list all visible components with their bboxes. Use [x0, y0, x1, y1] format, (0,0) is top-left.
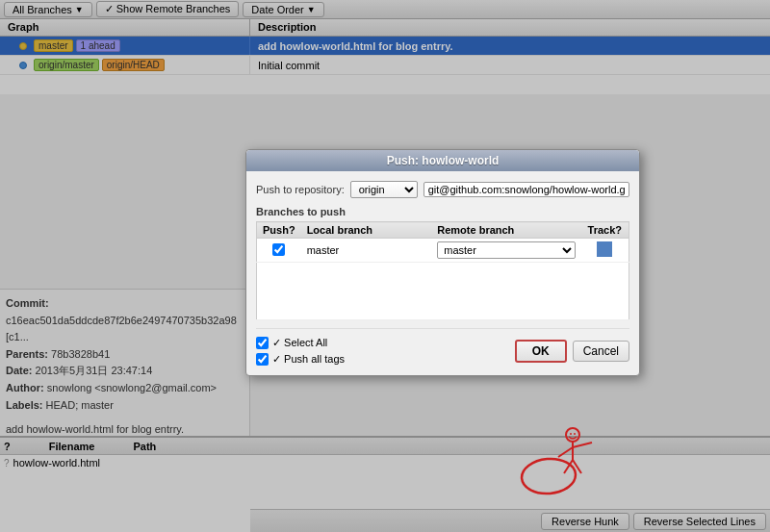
push-master-checkbox[interactable]	[272, 243, 285, 256]
push-to-label: Push to repository:	[256, 184, 345, 195]
select-all-row: ✓ Select All	[256, 337, 345, 349]
repository-select[interactable]: origin	[350, 181, 418, 198]
branches-table: Push? Local branch Remote branch Track? …	[256, 221, 629, 320]
branches-section-label: Branches to push	[256, 206, 629, 217]
cancel-button[interactable]: Cancel	[573, 341, 629, 362]
modal-footer: ✓ Select All ✓ Push all tags OK Cancel	[256, 328, 629, 366]
push-to-row: Push to repository: origin	[256, 181, 629, 198]
push-tags-row: ✓ Push all tags	[256, 353, 345, 366]
modal-title: Push: howlow-world	[387, 154, 500, 167]
modal-body: Push to repository: origin Branches to p…	[246, 171, 639, 375]
remote-branch-cell: master	[431, 239, 580, 263]
remote-branch-select[interactable]: master	[437, 241, 575, 259]
track-cell	[581, 239, 629, 263]
branches-section: Branches to push Push? Local branch Remo…	[256, 206, 629, 320]
push-dialog: Push: howlow-world Push to repository: o…	[245, 149, 640, 376]
push-tags-checkbox[interactable]	[256, 353, 269, 366]
modal-titlebar: Push: howlow-world	[246, 150, 639, 171]
branch-push-checkbox-cell	[257, 239, 301, 263]
local-branch-cell: master	[301, 239, 432, 263]
branches-empty-cell	[257, 263, 629, 320]
branches-empty-row	[257, 263, 629, 320]
modal-footer-right: OK Cancel	[515, 340, 629, 363]
track-col-header: Track?	[581, 222, 629, 239]
remote-col-header: Remote branch	[431, 222, 580, 239]
select-all-checkbox[interactable]	[256, 337, 269, 349]
ok-button[interactable]: OK	[515, 340, 567, 363]
track-icon[interactable]	[597, 241, 612, 257]
push-col-header: Push?	[257, 222, 301, 239]
push-tags-label: ✓ Push all tags	[272, 353, 345, 366]
repository-url-input[interactable]	[424, 182, 629, 197]
select-all-label: ✓ Select All	[272, 337, 327, 349]
modal-footer-left: ✓ Select All ✓ Push all tags	[256, 337, 345, 366]
local-col-header: Local branch	[301, 222, 432, 239]
branch-table-row: master master	[257, 239, 629, 263]
